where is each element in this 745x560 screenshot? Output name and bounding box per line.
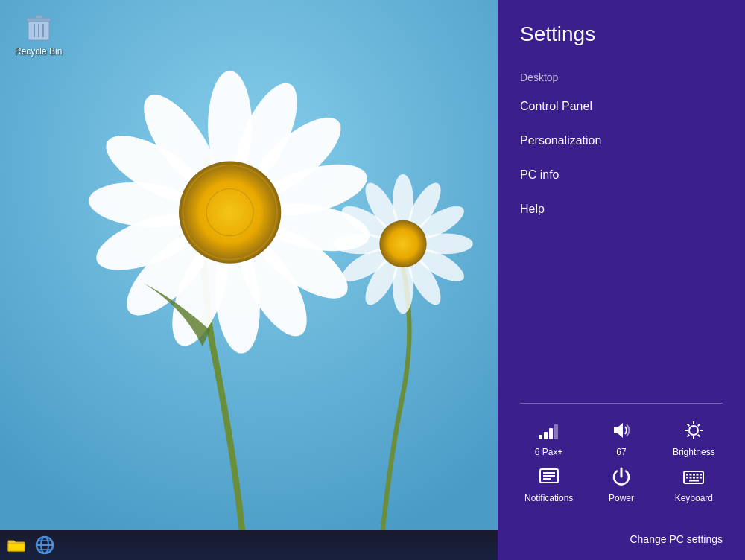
settings-item-control-panel[interactable]: Control Panel — [520, 89, 723, 124]
svg-rect-45 — [549, 428, 553, 439]
desktop: Recycle Bin — [0, 0, 498, 560]
qs-network-label: 6 Pax+ — [535, 447, 563, 457]
taskbar — [0, 530, 498, 560]
svg-rect-46 — [554, 424, 558, 439]
quick-settings-row1: 6 Pax+ 67 — [513, 419, 730, 457]
svg-rect-64 — [697, 474, 699, 476]
settings-subtitle: Desktop — [520, 61, 723, 89]
qs-notifications-label: Notifications — [524, 493, 573, 503]
svg-rect-67 — [690, 477, 692, 479]
svg-line-55 — [688, 435, 690, 437]
svg-rect-62 — [690, 474, 692, 476]
svg-point-31 — [379, 220, 426, 267]
keyboard-icon — [682, 465, 706, 489]
qs-power[interactable]: Power — [588, 465, 655, 503]
svg-rect-37 — [35, 15, 42, 19]
settings-menu: Desktop Control Panel Personalization PC… — [498, 61, 745, 395]
svg-rect-61 — [686, 474, 688, 476]
power-icon — [609, 465, 633, 489]
quick-settings: 6 Pax+ 67 — [498, 411, 745, 526]
svg-rect-44 — [544, 432, 548, 439]
svg-rect-71 — [689, 480, 699, 482]
recycle-bin-svg — [21, 7, 57, 43]
qs-volume-label: 67 — [616, 447, 626, 457]
volume-icon — [609, 419, 633, 442]
quick-settings-row2: Notifications Power — [513, 465, 730, 503]
network-icon — [537, 419, 561, 442]
qs-network[interactable]: 6 Pax+ — [516, 419, 583, 457]
qs-volume[interactable]: 67 — [588, 419, 655, 457]
brightness-icon — [682, 419, 706, 442]
qs-notifications[interactable]: Notifications — [516, 465, 583, 503]
settings-panel: Settings Desktop Control Panel Personali… — [498, 0, 745, 560]
change-pc-settings[interactable]: Change PC settings — [498, 526, 745, 560]
svg-rect-69 — [697, 477, 699, 479]
svg-line-52 — [688, 424, 690, 427]
recycle-bin-label: Recycle Bin — [15, 46, 62, 57]
taskbar-file-explorer[interactable] — [3, 532, 30, 559]
settings-item-pc-info[interactable]: PC info — [520, 158, 723, 192]
svg-rect-70 — [700, 477, 702, 479]
svg-rect-65 — [700, 474, 702, 476]
settings-item-help[interactable]: Help — [520, 192, 723, 226]
qs-keyboard[interactable]: Keyboard — [660, 465, 727, 503]
recycle-bin-icon[interactable]: Recycle Bin — [15, 7, 62, 57]
taskbar-internet-explorer[interactable] — [31, 532, 58, 559]
settings-title: Settings — [498, 0, 745, 61]
settings-item-personalization[interactable]: Personalization — [520, 124, 723, 158]
qs-brightness-label: Brightness — [673, 447, 715, 457]
qs-power-label: Power — [609, 493, 634, 503]
svg-rect-63 — [693, 474, 695, 476]
qs-brightness[interactable]: Brightness — [660, 419, 727, 457]
svg-line-53 — [698, 435, 700, 437]
qs-keyboard-label: Keyboard — [675, 493, 713, 503]
svg-point-47 — [689, 426, 698, 435]
svg-rect-43 — [539, 435, 542, 439]
notifications-icon — [537, 465, 561, 489]
svg-rect-68 — [693, 477, 695, 479]
settings-divider — [520, 403, 723, 404]
svg-rect-66 — [686, 477, 688, 479]
svg-line-54 — [698, 424, 700, 427]
